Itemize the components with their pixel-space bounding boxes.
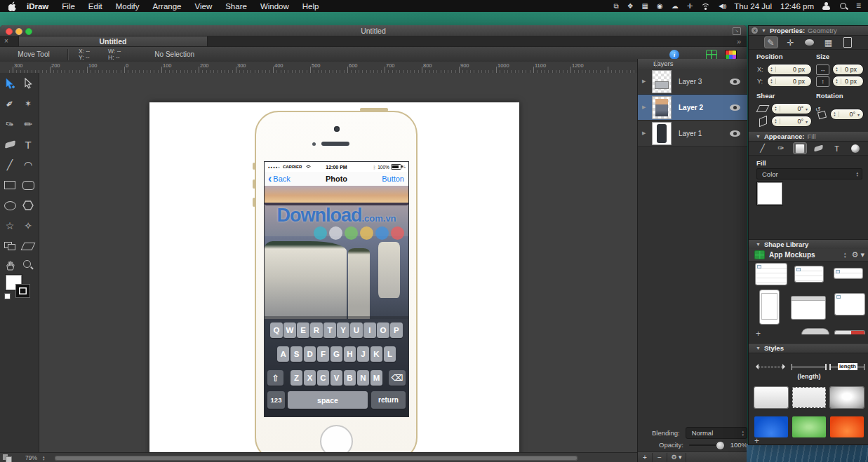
disclosure-triangle-icon[interactable]: ▼ xyxy=(761,28,766,33)
dashed-arrow-style[interactable] xyxy=(753,362,788,371)
fill-color-swatch[interactable] xyxy=(757,182,782,205)
key-c[interactable]: C xyxy=(317,370,329,386)
menu-date[interactable]: Thu 24 Jul xyxy=(734,2,772,11)
tab-document[interactable] xyxy=(841,37,854,48)
photo-filter-circle[interactable] xyxy=(391,226,404,240)
layer-row[interactable]: ▶Layer 3 xyxy=(638,69,747,95)
return-key[interactable]: return xyxy=(371,391,406,409)
arc-tool[interactable]: ◠ xyxy=(20,157,36,172)
disclosure-triangle-icon[interactable]: ▼ xyxy=(756,242,761,247)
list-mockup-thumb[interactable] xyxy=(756,264,787,285)
menu-item-arrange[interactable]: Arrange xyxy=(153,2,182,11)
menu-item-modify[interactable]: Modify xyxy=(116,2,140,11)
hand-tool[interactable] xyxy=(2,257,18,273)
page-navigator-icon[interactable] xyxy=(3,454,11,461)
tab-transform[interactable]: ✛ xyxy=(784,37,797,48)
tab-overflow-chevron[interactable]: » xyxy=(737,36,741,46)
key-v[interactable]: V xyxy=(330,370,342,386)
dock-mockup-thumb[interactable] xyxy=(802,329,829,334)
shear-v-field[interactable]: ▴▾ 0° ▾ xyxy=(771,116,812,127)
zoom-stepper[interactable]: ▴▾ xyxy=(43,455,45,461)
document-page[interactable]: ●●●●● CARRIER 12:00 PM ᛒ 100% ϟ xyxy=(149,102,519,452)
upload-icon[interactable]: ☁ xyxy=(672,0,679,12)
menu-item-edit[interactable]: Edit xyxy=(88,2,102,11)
key-y[interactable]: Y xyxy=(337,322,349,338)
key-g[interactable]: G xyxy=(330,346,342,362)
menu-item-idraw[interactable]: iDraw xyxy=(27,2,48,11)
photo-filter-circle[interactable] xyxy=(345,226,358,240)
menu-item-help[interactable]: Help xyxy=(302,2,319,11)
opacity-knob[interactable] xyxy=(716,441,725,450)
photo-filter-circle[interactable] xyxy=(375,226,389,240)
photo-filter-circle[interactable] xyxy=(360,226,373,240)
key-b[interactable]: B xyxy=(344,370,356,386)
style-swatch-orange[interactable] xyxy=(830,416,864,437)
menu-item-file[interactable]: File xyxy=(62,2,75,11)
color-panel-button[interactable] xyxy=(725,50,737,60)
fill-icon[interactable] xyxy=(793,142,807,154)
accessibility-icon[interactable]: ✛ xyxy=(687,0,693,12)
key-x[interactable]: X xyxy=(304,370,316,386)
key-h[interactable]: H xyxy=(344,346,356,362)
stepper-icon[interactable]: ▴▾ xyxy=(772,106,780,111)
notification-center-icon[interactable]: ≡ xyxy=(856,0,861,12)
wifi-icon[interactable] xyxy=(701,2,710,10)
boolean-ops-tool[interactable] xyxy=(2,238,18,254)
move-tool[interactable] xyxy=(2,76,18,91)
key-p[interactable]: P xyxy=(390,322,402,338)
key-u[interactable]: U xyxy=(350,322,362,338)
disclosure-triangle-icon[interactable]: ▼ xyxy=(756,134,761,139)
browser-mockup-thumb[interactable] xyxy=(792,297,825,319)
visibility-eye-icon[interactable] xyxy=(730,130,740,137)
y-position-field[interactable]: ▴▾ 0 px xyxy=(767,76,812,87)
key-i[interactable]: I xyxy=(363,322,375,338)
display-icon[interactable]: ▦ xyxy=(642,0,648,12)
styles-header[interactable]: ▼ Styles xyxy=(749,343,868,353)
photo-filter-circle[interactable] xyxy=(329,226,342,240)
visibility-eye-icon[interactable] xyxy=(730,104,740,111)
key-t[interactable]: T xyxy=(323,322,335,338)
stepper-icon[interactable]: ▴▾ xyxy=(768,79,776,84)
shift-key[interactable]: ⇧ xyxy=(267,370,283,386)
layer-row[interactable]: ▶Layer 1 xyxy=(638,121,747,147)
style-swatch-white[interactable] xyxy=(754,387,788,408)
disclosure-triangle-icon[interactable]: ▶ xyxy=(642,130,649,136)
iphone-mockup[interactable]: ●●●●● CARRIER 12:00 PM ᛒ 100% ϟ xyxy=(255,111,418,452)
rectangle-tool[interactable] xyxy=(2,177,18,193)
key-o[interactable]: O xyxy=(377,322,389,338)
apple-menu-icon[interactable] xyxy=(8,1,17,11)
zoom-level[interactable]: 79% xyxy=(25,454,37,461)
info-button[interactable]: i xyxy=(669,50,679,60)
list-mockup-thumb[interactable] xyxy=(834,269,862,278)
stepper-icon[interactable]: ▴▾ xyxy=(768,67,776,72)
zoom-tool[interactable] xyxy=(20,257,36,273)
key-a[interactable]: A xyxy=(277,346,289,362)
opacity-slider[interactable] xyxy=(689,444,722,446)
key-f[interactable]: F xyxy=(317,346,329,362)
key-k[interactable]: K xyxy=(370,346,382,362)
node-edit-tool[interactable]: ✶ xyxy=(20,96,36,111)
pen-tool[interactable]: ✒ xyxy=(2,96,18,111)
style-swatch-gray[interactable] xyxy=(830,387,864,408)
spotlight-search-icon[interactable] xyxy=(839,2,848,11)
style-swatch-dashed[interactable] xyxy=(792,387,826,408)
add-layer-button[interactable]: + xyxy=(638,453,653,462)
eraser-tool[interactable] xyxy=(2,137,18,152)
remove-layer-button[interactable]: − xyxy=(653,453,667,462)
rotation-field[interactable]: ▴▾ 0° ▾ xyxy=(830,109,864,120)
eraser-icon[interactable] xyxy=(813,143,825,154)
tab-geometry[interactable]: ✎ xyxy=(764,36,778,48)
disclosure-triangle-icon[interactable]: ▼ xyxy=(756,346,761,351)
grid-toggle-button[interactable] xyxy=(706,50,717,60)
close-panel-icon[interactable]: × xyxy=(752,27,758,34)
key-n[interactable]: N xyxy=(357,370,369,386)
list-mockup-thumb[interactable] xyxy=(835,294,864,315)
key-r[interactable]: R xyxy=(310,322,322,338)
numbers-key[interactable]: 123 xyxy=(267,391,285,409)
horizontal-scrollbar[interactable] xyxy=(55,456,577,461)
height-field[interactable]: ▴▾ 0 px xyxy=(832,76,864,87)
menu-item-view[interactable]: View xyxy=(194,2,212,11)
key-j[interactable]: J xyxy=(357,346,369,362)
x-position-field[interactable]: ▴▾ 0 px xyxy=(767,64,812,75)
default-colors-icon[interactable] xyxy=(4,293,11,299)
